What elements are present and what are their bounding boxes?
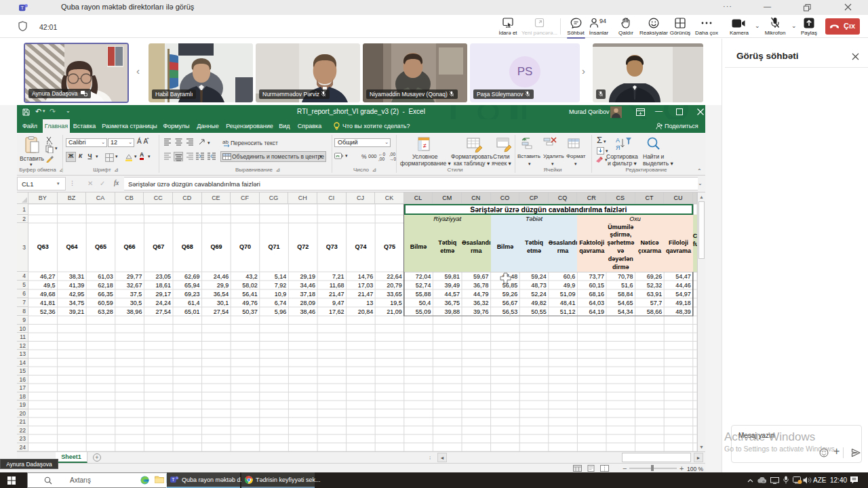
svg-text:T: T [20,5,24,11]
svg-text:А: А [616,137,620,144]
svg-text:Я: Я [616,144,620,151]
svg-text:≠: ≠ [423,142,427,149]
svg-text:ab: ab [222,139,229,145]
svg-text:94: 94 [599,18,606,24]
